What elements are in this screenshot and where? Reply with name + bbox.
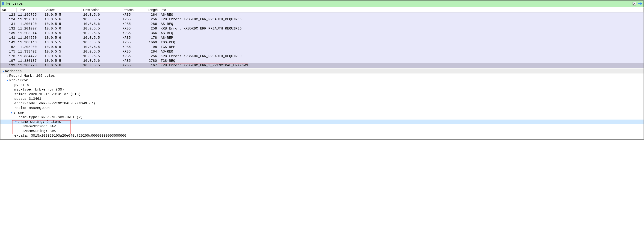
tree-sname-item[interactable]: SNameString: BW5: [0, 129, 644, 133]
cell-length: 258: [146, 27, 158, 31]
chevron-down-icon[interactable]: ▾: [14, 120, 18, 123]
clear-filter-button[interactable]: [632, 1, 637, 6]
cell-no: 152: [0, 45, 16, 49]
cell-no: 139: [0, 31, 16, 35]
tree-realm[interactable]: realm: HANABQ.COM: [0, 106, 644, 110]
cell-time: 11.201007: [16, 27, 43, 31]
chevron-right-icon[interactable]: ▸: [6, 74, 9, 77]
tree-pvno[interactable]: pvno: 5: [0, 83, 644, 87]
packet-row[interactable]: 13911.20391410.0.5.510.0.5.6KRB5366AS-RE…: [0, 31, 644, 35]
chevron-down-icon[interactable]: ▾: [2, 70, 5, 73]
tree-msg-type[interactable]: msg-type: krb-error (30): [0, 87, 644, 92]
apply-filter-button[interactable]: [638, 1, 643, 6]
tree-sname[interactable]: ▾ sname: [0, 110, 644, 115]
packet-row[interactable]: 13211.20100710.0.5.610.0.5.5KRB5258KRB E…: [0, 26, 644, 31]
tree-e-data[interactable]: e-data: 3015a103020103a20e040c720200c000…: [0, 133, 644, 138]
tree-error-code[interactable]: error-code: eRR-S-PRINCIPAL-UNKNOWN (7): [0, 101, 644, 106]
packet-row[interactable]: 12311.19675510.0.5.510.0.5.6KRB5284AS-RE…: [0, 12, 644, 17]
tree-label: SNameString: SAP: [22, 125, 56, 129]
cell-protocol: KRB5: [121, 17, 146, 21]
col-header-length[interactable]: Length: [146, 7, 158, 12]
cell-source: 10.0.5.6: [43, 27, 82, 31]
tree-label: error-code: eRR-S-PRINCIPAL-UNKNOWN (7): [14, 102, 95, 105]
tree-label: name-type: kRB5-NT-SRV-INST (2): [18, 115, 83, 119]
tree-label: msg-type: krb-error (30): [14, 88, 64, 92]
col-header-no[interactable]: No.: [0, 7, 16, 12]
cell-source: 10.0.5.5: [43, 40, 82, 44]
cell-info: TGS-REP: [158, 45, 644, 49]
cell-length: 2780: [146, 59, 158, 63]
cell-destination: 10.0.5.6: [82, 59, 121, 63]
packet-row[interactable]: 13111.20012010.0.5.510.0.5.6KRB5286AS-RE…: [0, 22, 644, 26]
cell-time: 11.334472: [16, 54, 43, 58]
cell-info: AS-REQ: [158, 22, 644, 26]
tree-susec[interactable]: susec: 313461: [0, 96, 644, 101]
cell-length: 167: [146, 64, 158, 67]
col-header-info[interactable]: Info: [158, 7, 644, 12]
cell-source: 10.0.5.6: [43, 54, 82, 58]
packet-row[interactable]: 14111.20495010.0.5.610.0.5.5KRB5178AS-RE…: [0, 35, 644, 40]
col-header-time[interactable]: Time: [16, 7, 43, 12]
cell-time: 11.197813: [16, 17, 43, 21]
packet-row[interactable]: 19711.38018710.0.5.510.0.5.6KRB52780TGS-…: [0, 58, 644, 63]
cell-time: 11.203914: [16, 31, 43, 35]
packet-row[interactable]: 14911.20614310.0.5.510.0.5.6KRB51660TGS-…: [0, 40, 644, 45]
cell-info: KRB Error: KRB5KDC_ERR_PREAUTH_REQUIRED: [158, 54, 644, 58]
tree-record-mark[interactable]: ▸ Record Mark: 109 bytes: [0, 73, 644, 78]
cell-protocol: KRB5: [121, 40, 146, 44]
packet-row[interactable]: 12411.19781310.0.5.610.0.5.5KRB5256KRB E…: [0, 17, 644, 22]
tree-label: sname: [13, 111, 24, 115]
tree-kerberos[interactable]: ▾ Kerberos: [0, 69, 644, 73]
tree-sname-string[interactable]: ▾ sname-string: 2 items: [0, 120, 644, 124]
cell-protocol: KRB5: [121, 59, 146, 63]
cell-time: 11.386278: [16, 64, 43, 67]
col-header-source[interactable]: Source: [43, 7, 82, 12]
cell-info: AS-REQ: [158, 50, 644, 54]
packet-list-body: 12311.19675510.0.5.510.0.5.6KRB5284AS-RE…: [0, 12, 644, 68]
cell-info: AS-REQ: [158, 13, 644, 17]
cell-destination: 10.0.5.6: [82, 40, 121, 44]
tree-sname-item[interactable]: SNameString: SAP: [0, 124, 644, 129]
cell-no: 131: [0, 22, 16, 26]
packet-list-pane: No. Time Source Destination Protocol Len…: [0, 7, 644, 68]
cell-length: 256: [146, 54, 158, 58]
cell-source: 10.0.5.5: [43, 59, 82, 63]
col-header-proto[interactable]: Protocol: [121, 7, 146, 12]
cell-source: 10.0.5.5: [43, 13, 82, 17]
bookmark-icon[interactable]: [1, 1, 5, 6]
tree-label: susec: 313461: [14, 97, 41, 101]
packet-row[interactable]: 19911.38627810.0.5.610.0.5.5KRB5167KRB E…: [0, 63, 644, 68]
packet-row[interactable]: 17611.33447210.0.5.610.0.5.5KRB5256KRB E…: [0, 54, 644, 58]
cell-source: 10.0.5.5: [43, 31, 82, 35]
tree-name-type[interactable]: name-type: kRB5-NT-SRV-INST (2): [0, 115, 644, 120]
tree-label: Record Mark: 109 bytes: [9, 74, 55, 78]
cell-destination: 10.0.5.6: [82, 31, 121, 35]
chevron-down-icon[interactable]: ▾: [6, 79, 9, 82]
cell-no: 175: [0, 50, 16, 54]
tree-stime[interactable]: stime: 2020-10-15 20:31:37 (UTC): [0, 92, 644, 96]
cell-no: 199: [0, 64, 16, 67]
packet-row[interactable]: 15211.20820010.0.5.610.0.5.5KRB5198TGS-R…: [0, 45, 644, 49]
cell-no: 123: [0, 13, 16, 17]
chevron-down-icon[interactable]: ▾: [10, 111, 13, 114]
cell-no: 132: [0, 27, 16, 31]
cell-destination: 10.0.5.5: [82, 54, 121, 58]
cell-destination: 10.0.5.6: [82, 22, 121, 26]
cell-protocol: KRB5: [121, 64, 146, 67]
packet-row[interactable]: 17511.33340210.0.5.510.0.5.6KRB5284AS-RE…: [0, 49, 644, 54]
cell-no: 197: [0, 59, 16, 63]
cell-protocol: KRB5: [121, 36, 146, 40]
cell-info: TGS-REQ: [158, 59, 644, 63]
cell-info: TGS-REQ: [158, 40, 644, 44]
col-header-dest[interactable]: Destination: [82, 7, 121, 12]
cell-length: 1660: [146, 40, 158, 44]
cell-info: AS-REP: [158, 36, 644, 40]
cell-info: AS-REQ: [158, 31, 644, 35]
cell-time: 11.196755: [16, 13, 43, 17]
display-filter-input[interactable]: [6, 2, 631, 6]
packet-list-header[interactable]: No. Time Source Destination Protocol Len…: [0, 7, 644, 12]
tree-krb-error[interactable]: ▾ krb-error: [0, 78, 644, 83]
cell-destination: 10.0.5.5: [82, 36, 121, 40]
cell-protocol: KRB5: [121, 54, 146, 58]
tree-label: stime: 2020-10-15 20:31:37 (UTC): [14, 92, 81, 96]
